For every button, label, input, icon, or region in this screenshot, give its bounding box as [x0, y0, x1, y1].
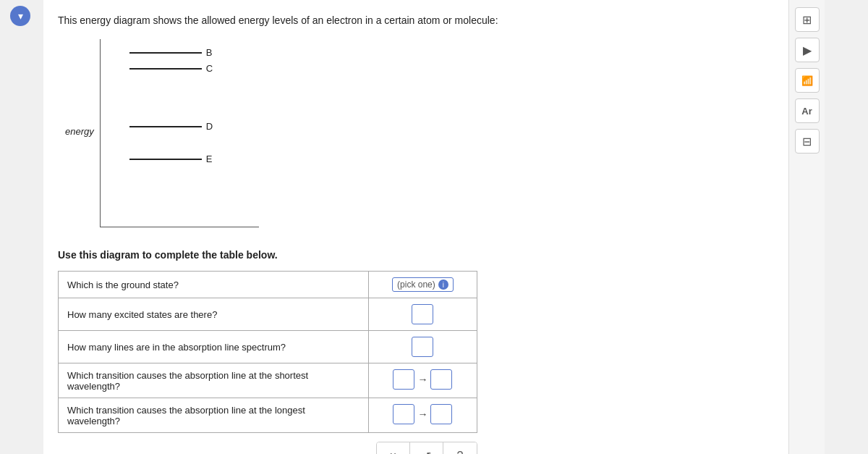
transition-from-1[interactable]	[393, 369, 414, 390]
diagram-box: B C D E	[100, 39, 259, 227]
main-content: This energy diagram shows the allowed en…	[43, 0, 825, 454]
answer-cell-input1	[368, 298, 477, 331]
number-input-2[interactable]	[412, 337, 433, 357]
answer-cell-transition2: →	[368, 398, 477, 433]
table-row: Which is the ground state? (pick one) i	[59, 272, 477, 298]
answer-cell-input2	[368, 331, 477, 363]
table-row: How many excited states are there?	[59, 298, 477, 331]
transition-2: →	[393, 404, 452, 424]
question-cell: Which transition causes the absorption l…	[59, 363, 369, 398]
question-cell: How many lines are in the absorption lin…	[59, 331, 369, 363]
label-d: D	[206, 121, 213, 132]
question-cell: Which is the ground state?	[59, 272, 369, 298]
answer-table: Which is the ground state? (pick one) i …	[58, 271, 477, 433]
pick-one-dropdown[interactable]: (pick one) i	[392, 277, 454, 292]
page-wrapper: ▾ This energy diagram shows the allowed …	[0, 0, 868, 454]
table-row: How many lines are in the absorption lin…	[59, 331, 477, 363]
text-toolbar-button[interactable]: Ar	[795, 98, 820, 123]
text-icon: Ar	[801, 106, 812, 117]
help-button[interactable]: ?	[443, 442, 477, 454]
answer-cell-transition1: →	[368, 363, 477, 398]
table-icon: ⊟	[802, 135, 812, 148]
table-row: Which transition causes the absorption l…	[59, 398, 477, 433]
energy-axis-label: energy	[65, 126, 94, 137]
transition-1: →	[393, 369, 452, 390]
transition-to-2[interactable]	[430, 404, 452, 424]
transition-to-1[interactable]	[430, 369, 452, 390]
energy-line-d	[129, 126, 202, 127]
arrow-icon-1: →	[417, 374, 427, 385]
action-row: × ↺ ?	[58, 442, 477, 454]
transition-from-2[interactable]	[393, 404, 414, 424]
chart-icon: 📶	[801, 75, 813, 86]
play-icon: ▶	[803, 43, 812, 57]
grid-icon: ⊞	[802, 13, 812, 27]
clear-button[interactable]: ×	[377, 442, 410, 454]
chart-toolbar-button[interactable]: 📶	[795, 68, 820, 93]
label-c: C	[206, 63, 213, 74]
answer-cell-pick-one[interactable]: (pick one) i	[368, 272, 477, 298]
table-row: Which transition causes the absorption l…	[59, 363, 477, 398]
arrow-icon-2: →	[417, 408, 427, 420]
pick-one-icon: i	[438, 279, 448, 290]
side-toolbar: ⊞ ▶ 📶 Ar ⊟	[788, 0, 825, 454]
energy-line-b	[129, 52, 202, 54]
undo-button[interactable]: ↺	[410, 442, 443, 454]
intro-text: This energy diagram shows the allowed en…	[58, 14, 810, 26]
energy-line-c	[129, 68, 202, 70]
table-toolbar-button[interactable]: ⊟	[795, 129, 820, 154]
action-btn-group: × ↺ ?	[376, 442, 477, 454]
grid-toolbar-button[interactable]: ⊞	[795, 7, 820, 32]
use-diagram-text: Use this diagram to complete the table b…	[58, 249, 810, 261]
energy-line-e	[129, 159, 202, 160]
energy-diagram: energy B C D E	[65, 39, 810, 227]
chevron-icon: ▾	[18, 10, 23, 22]
label-e: E	[206, 154, 213, 164]
number-input-1[interactable]	[412, 304, 433, 324]
pick-one-label: (pick one)	[397, 279, 435, 290]
collapse-chevron[interactable]: ▾	[10, 6, 30, 26]
question-cell: How many excited states are there?	[59, 298, 369, 331]
question-cell: Which transition causes the absorption l…	[59, 398, 369, 433]
play-toolbar-button[interactable]: ▶	[795, 38, 820, 62]
label-b: B	[206, 47, 213, 58]
